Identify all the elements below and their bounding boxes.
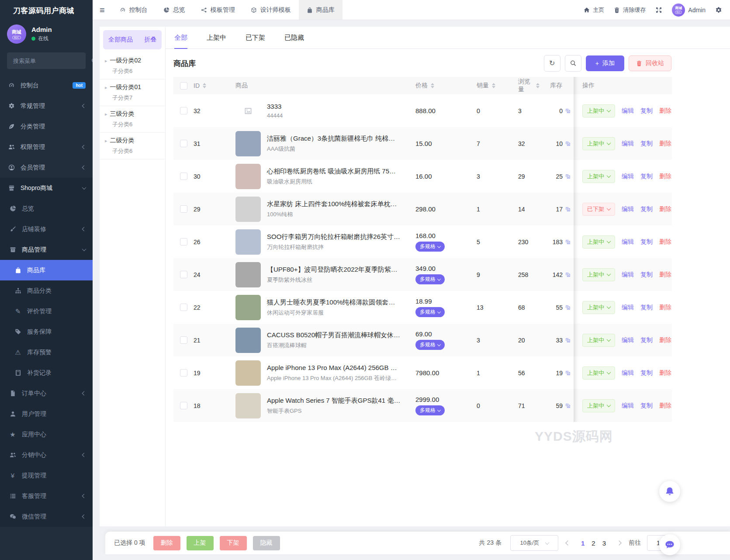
status-select[interactable]: 上架中: [582, 137, 615, 150]
settings-button[interactable]: [715, 7, 722, 14]
sidebar-item-stock-warning[interactable]: ⚠库存预警: [0, 342, 93, 363]
sidebar-item-category-manage[interactable]: 分类管理: [0, 116, 93, 137]
stock-add-icon[interactable]: [565, 206, 571, 212]
page-size-select[interactable]: 10条/页: [510, 535, 558, 551]
copy-link[interactable]: 复制: [640, 336, 653, 344]
delete-link[interactable]: 删除: [659, 173, 671, 180]
row-checkbox[interactable]: [180, 107, 187, 114]
copy-link[interactable]: 复制: [640, 402, 653, 410]
sort-views[interactable]: [536, 83, 540, 88]
stock-add-icon[interactable]: [565, 337, 571, 343]
edit-link[interactable]: 编辑: [622, 369, 634, 377]
user-profile[interactable]: 商城 B2C Admin 在线: [0, 21, 93, 49]
recycle-bin-button[interactable]: 回收站: [629, 55, 671, 71]
sidebar-item-goods-manage[interactable]: 商品管理: [0, 239, 93, 260]
product-thumbnail[interactable]: [235, 393, 261, 418]
row-checkbox[interactable]: [180, 402, 187, 409]
delete-link[interactable]: 删除: [659, 336, 671, 344]
product-thumbnail[interactable]: [235, 229, 261, 255]
sidebar-item-service-guarantee[interactable]: 服务保障: [0, 321, 93, 342]
product-thumbnail[interactable]: [235, 262, 261, 287]
clear-cache-button[interactable]: 清除缓存: [614, 6, 646, 14]
sort-sales[interactable]: [492, 83, 495, 88]
sidebar-item-shopro-mall[interactable]: Shopro商城: [0, 178, 93, 198]
edit-link[interactable]: 编辑: [622, 205, 634, 213]
stock-add-icon[interactable]: [565, 403, 571, 409]
product-thumbnail[interactable]: [235, 164, 261, 189]
prev-page-button[interactable]: [564, 541, 571, 545]
multi-spec-badge[interactable]: 多规格: [415, 340, 445, 350]
product-thumbnail[interactable]: [235, 197, 261, 222]
edit-link[interactable]: 编辑: [622, 238, 634, 246]
multi-spec-badge[interactable]: 多规格: [415, 405, 445, 415]
edit-link[interactable]: 编辑: [622, 402, 634, 410]
page-number-3[interactable]: 3: [599, 539, 609, 547]
delete-link[interactable]: 删除: [659, 205, 671, 213]
edit-link[interactable]: 编辑: [622, 271, 634, 279]
sidebar-item-auth-manage[interactable]: 权限管理: [0, 137, 93, 157]
sidebar-item-customer-service[interactable]: 客服管理: [0, 486, 93, 506]
copy-link[interactable]: 复制: [640, 369, 653, 377]
search-button[interactable]: [565, 55, 581, 72]
stock-add-icon[interactable]: [565, 108, 571, 114]
copy-link[interactable]: 复制: [640, 304, 653, 311]
status-select[interactable]: 上架中: [582, 104, 615, 118]
sidebar-item-restock-record[interactable]: 补货记录: [0, 363, 93, 383]
product-thumbnail[interactable]: [235, 360, 261, 386]
status-select[interactable]: 上架中: [582, 170, 615, 183]
select-all-checkbox[interactable]: [180, 82, 187, 90]
row-checkbox[interactable]: [180, 140, 187, 147]
sidebar-item-user-manage[interactable]: 用户管理: [0, 404, 93, 424]
copy-link[interactable]: 复制: [640, 173, 653, 180]
stock-add-icon[interactable]: [565, 304, 571, 311]
collapse-button[interactable]: 折叠: [144, 36, 156, 44]
status-tab[interactable]: 已隐藏: [284, 27, 304, 48]
status-select[interactable]: 已下架: [582, 203, 615, 216]
edit-link[interactable]: 编辑: [622, 173, 634, 180]
all-goods-button[interactable]: 全部商品: [108, 36, 133, 44]
nav-tab-designer-template[interactable]: 设计师模板: [243, 0, 299, 20]
bulk-on-shelf-button[interactable]: 上架: [187, 536, 214, 550]
copy-link[interactable]: 复制: [640, 271, 653, 279]
copy-link[interactable]: 复制: [640, 238, 653, 246]
nav-tab-goods-library[interactable]: 商品库: [299, 0, 343, 20]
row-checkbox[interactable]: [180, 336, 187, 344]
product-thumbnail[interactable]: [235, 131, 261, 156]
account-menu[interactable]: 商城 B2C Admin: [672, 3, 706, 17]
chat-button[interactable]: [659, 534, 680, 555]
status-tab[interactable]: 上架中: [207, 27, 226, 48]
delete-link[interactable]: 删除: [659, 271, 671, 279]
copy-link[interactable]: 复制: [640, 107, 653, 115]
multi-spec-badge[interactable]: 多规格: [415, 307, 445, 317]
page-number-1[interactable]: 1: [578, 539, 588, 547]
delete-link[interactable]: 删除: [659, 402, 671, 410]
nav-tab-overview[interactable]: 总览: [156, 0, 193, 20]
delete-link[interactable]: 删除: [659, 304, 671, 311]
row-checkbox[interactable]: [180, 304, 187, 311]
stock-add-icon[interactable]: [565, 141, 571, 147]
edit-link[interactable]: 编辑: [622, 140, 634, 148]
page-number-2[interactable]: 2: [588, 539, 599, 547]
edit-link[interactable]: 编辑: [622, 336, 634, 344]
sidebar-item-withdraw-manage[interactable]: ¥提现管理: [0, 465, 93, 486]
status-select[interactable]: 上架中: [582, 399, 615, 412]
next-page-button[interactable]: [616, 541, 623, 545]
sidebar-item-distribution-center[interactable]: 分销中心: [0, 445, 93, 465]
stock-add-icon[interactable]: [565, 173, 571, 180]
nav-tab-console[interactable]: 控制台: [112, 0, 156, 20]
category-item[interactable]: ▸一级分类02子分类6: [100, 53, 165, 80]
delete-link[interactable]: 删除: [659, 140, 671, 148]
product-thumbnail[interactable]: [235, 98, 261, 124]
copy-link[interactable]: 复制: [640, 140, 653, 148]
sidebar-item-overview[interactable]: 总览: [0, 198, 93, 219]
sidebar-item-app-center[interactable]: ★应用中心: [0, 424, 93, 445]
stock-add-icon[interactable]: [565, 370, 571, 376]
copy-link[interactable]: 复制: [640, 205, 653, 213]
status-select[interactable]: 上架中: [582, 235, 615, 249]
sidebar-item-goods-category[interactable]: 商品分类: [0, 280, 93, 301]
sidebar-item-member-manage[interactable]: 会员管理: [0, 157, 93, 178]
menu-search-input[interactable]: [12, 57, 91, 65]
row-checkbox[interactable]: [180, 238, 187, 245]
sort-price[interactable]: [431, 83, 434, 88]
status-select[interactable]: 上架中: [582, 301, 615, 314]
